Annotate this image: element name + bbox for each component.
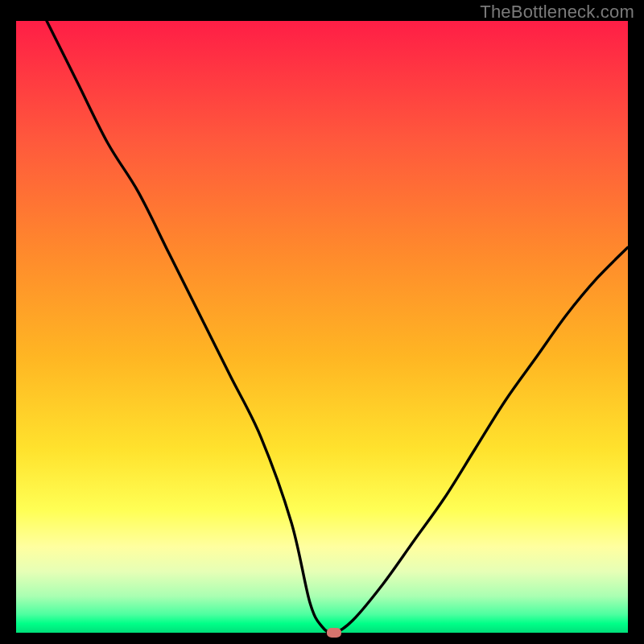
optimal-marker (327, 628, 341, 638)
curve-svg (16, 21, 628, 633)
bottleneck-curve (47, 21, 628, 633)
watermark-text: TheBottleneck.com (480, 2, 634, 23)
plot-area (16, 21, 628, 633)
chart-frame: TheBottleneck.com (0, 0, 644, 644)
